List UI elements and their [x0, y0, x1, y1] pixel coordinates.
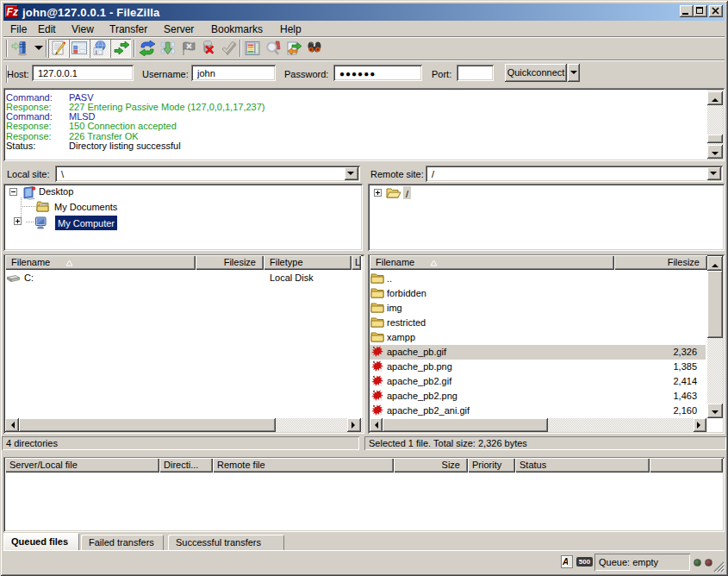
- svg-text:Fz: Fz: [7, 6, 18, 18]
